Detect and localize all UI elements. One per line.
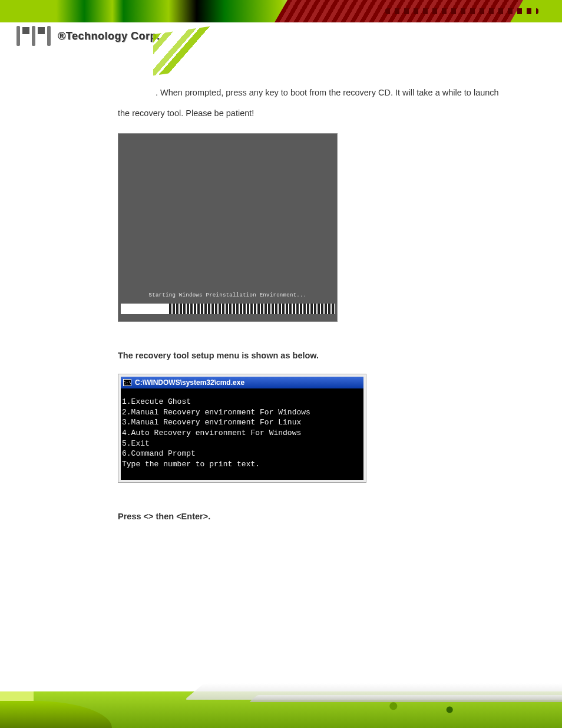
brand-logo-row: ®Technology Corp. xyxy=(16,26,160,46)
cmd-title: C:\WINDOWS\system32\cmd.exe xyxy=(135,374,244,391)
figure-cmd-screenshot: C:\ C:\WINDOWS\system32\cmd.exe 1.Execut… xyxy=(118,374,366,483)
figure-boot-screenshot: Starting Windows Preinstallation Environ… xyxy=(118,133,338,322)
step-1: . When prompted, press any key to boot f… xyxy=(118,83,503,124)
document-body: . When prompted, press any key to boot f… xyxy=(0,66,562,527)
header-banner: ®Technology Corp. xyxy=(0,0,562,66)
cmd-titlebar: C:\ C:\WINDOWS\system32\cmd.exe xyxy=(121,377,363,388)
step-2: The recovery tool setup menu is shown as… xyxy=(118,345,503,366)
cmd-icon: C:\ xyxy=(123,379,131,386)
boot-progress-caption: Starting Windows Preinstallation Environ… xyxy=(118,289,337,302)
step-3: Press <> then <Enter>. xyxy=(118,506,503,527)
brand-logo-icon xyxy=(16,26,51,46)
brand-text: ®Technology Corp. xyxy=(58,30,160,42)
cmd-body: 1.Execute Ghost 2.Manual Recovery enviro… xyxy=(121,388,363,480)
boot-progress-bar xyxy=(121,304,335,314)
footer-banner xyxy=(0,664,562,728)
